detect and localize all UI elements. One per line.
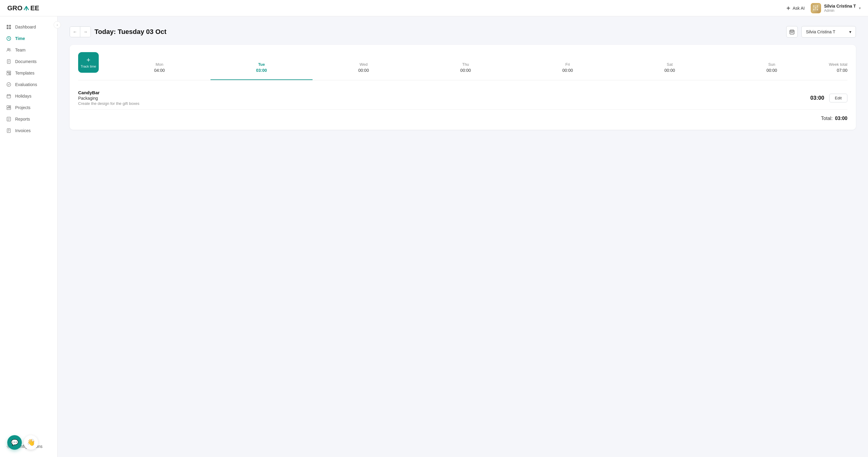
track-time-button[interactable]: + Track time [78,52,99,73]
svg-rect-25 [9,106,11,107]
ask-ai-button[interactable]: Ask AI [786,6,805,10]
avatar-pattern-icon [813,5,819,11]
top-header: GRO EE Ask AI [0,0,868,17]
nav-templates[interactable]: Templates [0,67,57,79]
page-header: ← → Today: Tuesday 03 Oct [70,26,856,37]
svg-rect-24 [7,106,9,108]
table-row: CandyBar Packaging Create the design for… [78,86,847,110]
prev-date-button[interactable]: ← [70,27,80,37]
svg-marker-0 [786,6,790,10]
calendar-view-button[interactable] [786,26,798,37]
svg-rect-1 [813,5,814,7]
nav-reports-label: Reports [15,117,30,121]
nav-invoices[interactable]: Invoices [0,125,57,136]
svg-rect-6 [817,7,818,8]
next-date-button[interactable]: → [80,27,91,37]
day-fri-name: Fri [565,62,570,67]
templates-icon [6,70,11,76]
user-filter-dropdown[interactable]: Silvia Cristina T ▾ [801,26,856,37]
svg-point-15 [7,49,9,50]
svg-rect-10 [7,25,8,27]
svg-point-16 [9,49,10,50]
evaluations-icon [6,82,11,87]
nav-team[interactable]: Team [0,44,57,56]
reports-icon [6,116,11,122]
time-entries-list: CandyBar Packaging Create the design for… [78,86,847,110]
week-total-label: Week total [829,62,847,67]
nav-reports[interactable]: Reports [0,113,57,125]
ai-icon [786,6,791,10]
sidebar-collapse-button[interactable]: ‹ [54,21,61,28]
day-sun: Sun 00:00 [721,62,823,73]
svg-rect-12 [7,27,8,29]
main-layout: ‹ Dashboard Time Team Documents [0,17,868,457]
day-sat: Sat 00:00 [619,62,721,73]
edit-entry-button[interactable]: Edit [829,94,847,103]
logo-wee: EE [30,4,39,12]
total-row: Total: 03:00 [78,110,847,122]
svg-rect-19 [7,73,9,75]
nav-dashboard[interactable]: Dashboard [0,21,57,33]
day-wed-name: Wed [360,62,368,67]
ask-ai-label: Ask AI [793,6,805,10]
sidebar: ‹ Dashboard Time Team Documents [0,17,58,457]
nav-time[interactable]: Time [0,33,57,44]
team-icon [6,47,11,53]
main-content: ← → Today: Tuesday 03 Oct [58,17,868,457]
chat-bubble-button[interactable]: 💬 [7,435,22,450]
logo-arrow-icon [23,5,30,11]
day-sat-name: Sat [667,62,673,67]
nav-holidays[interactable]: Holidays [0,90,57,102]
svg-rect-32 [791,32,792,33]
day-mon-time: 04:00 [154,68,165,73]
day-thu: Thu 00:00 [414,62,517,73]
total-value: 03:00 [835,116,847,121]
dashboard-icon [6,24,11,30]
week-divider [78,80,847,80]
nav-documents[interactable]: Documents [0,56,57,67]
day-tue: Tue 03:00 [211,62,313,73]
user-details: Silvia Cristina T Admin [824,4,856,13]
nav-projects[interactable]: Projects [0,102,57,113]
calendar-icon [789,29,795,34]
logo: GRO EE [7,4,39,12]
user-name: Silvia Cristina T [824,4,856,8]
week-total-time: 07:00 [837,68,847,73]
plus-icon: + [87,57,91,63]
nav-evaluations[interactable]: Evaluations [0,79,57,90]
user-menu[interactable]: Silvia Cristina T Admin ▾ [811,3,861,13]
day-thu-name: Thu [462,62,469,67]
avatar [811,3,821,13]
svg-point-22 [7,83,11,87]
nav-holidays-label: Holidays [15,94,31,98]
dropdown-chevron-icon: ▾ [849,29,851,34]
holidays-icon [6,93,11,99]
week-total: Week total 07:00 [823,62,847,73]
svg-rect-5 [815,7,816,8]
nav-documents-label: Documents [15,59,37,64]
page-header-left: ← → Today: Tuesday 03 Oct [70,26,166,37]
svg-rect-23 [7,95,10,98]
track-time-label: Track time [81,64,96,68]
nav-time-label: Time [15,36,25,41]
entry-time: 03:00 [810,95,825,101]
chat-icon: 💬 [11,439,19,446]
week-days: Mon 04:00 Tue 03:00 Wed 00:00 Thu 00:00 [108,62,823,73]
svg-rect-26 [9,107,11,108]
entry-task: Packaging [78,96,139,101]
svg-rect-27 [7,108,11,110]
entry-info: CandyBar Packaging Create the design for… [78,90,139,106]
day-wed-time: 00:00 [358,68,369,73]
nav-team-label: Team [15,48,26,52]
nav-dashboard-label: Dashboard [15,25,36,29]
documents-icon [6,59,11,64]
svg-rect-3 [817,5,818,7]
page-title: Today: Tuesday 03 Oct [94,28,166,36]
svg-rect-13 [9,27,11,29]
day-wed: Wed 00:00 [313,62,414,73]
svg-rect-20 [9,73,11,74]
date-nav-arrows: ← → [70,26,91,37]
header-right: Ask AI Silvia Cristina T Admin [786,3,861,13]
user-role: Admin [824,8,856,13]
wave-bubble-button[interactable]: 👋 [24,435,38,450]
